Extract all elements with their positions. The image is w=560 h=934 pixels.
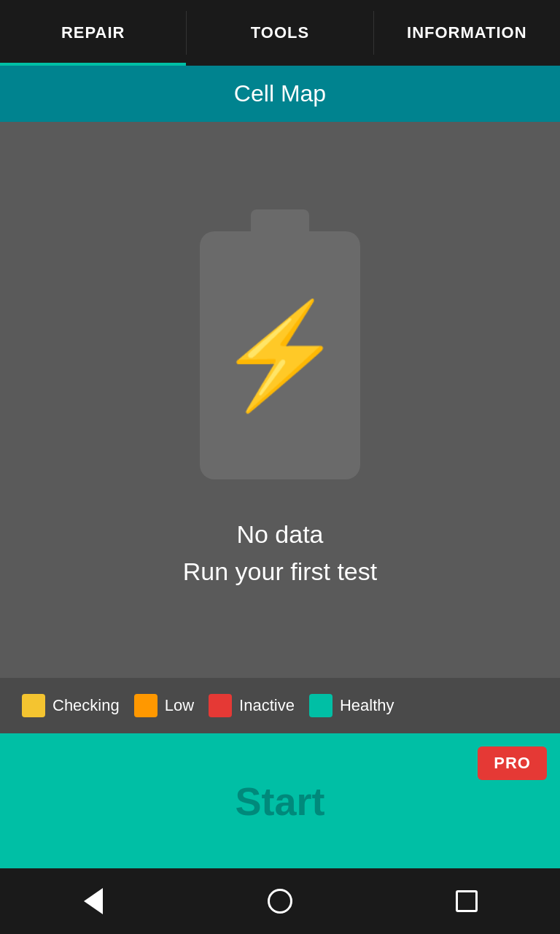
home-button[interactable] [258,879,302,923]
cell-map-title: Cell Map [234,80,326,107]
pro-badge[interactable]: PRO [478,746,547,780]
recents-icon [456,890,478,912]
healthy-label: Healthy [340,696,394,715]
checking-swatch [22,694,45,717]
low-swatch [134,694,158,717]
start-button[interactable]: PRO Start [0,733,560,868]
back-button[interactable] [71,879,115,923]
tab-bar: REPAIR TOOLS INFORMATION [0,0,560,66]
inactive-label: Inactive [239,696,295,715]
battery-body: ⚡ [200,231,360,479]
legend-item-inactive: Inactive [209,694,295,717]
start-label: Start [235,779,324,824]
low-label: Low [165,696,194,715]
lightning-bolt-icon: ⚡ [217,304,344,406]
no-data-text: No data Run your first test [183,516,377,590]
legend-item-low: Low [134,694,194,717]
healthy-swatch [309,694,332,717]
battery-tip [251,209,309,231]
legend-bar: Checking Low Inactive Healthy [0,678,560,733]
checking-label: Checking [52,696,120,715]
bottom-nav [0,868,560,934]
battery-icon: ⚡ [200,209,360,487]
legend-item-checking: Checking [22,694,120,717]
tab-repair[interactable]: REPAIR [0,0,186,66]
inactive-swatch [209,694,232,717]
main-content: Cell Map ⚡ No data Run your first test C… [0,66,560,868]
tab-tools[interactable]: TOOLS [187,0,373,66]
back-icon [84,888,103,914]
recents-button[interactable] [445,879,489,923]
legend-item-healthy: Healthy [309,694,394,717]
tab-information[interactable]: INFORMATION [374,0,560,66]
battery-area: ⚡ No data Run your first test [0,122,560,678]
cell-map-header: Cell Map [0,66,560,122]
home-icon [268,889,292,914]
